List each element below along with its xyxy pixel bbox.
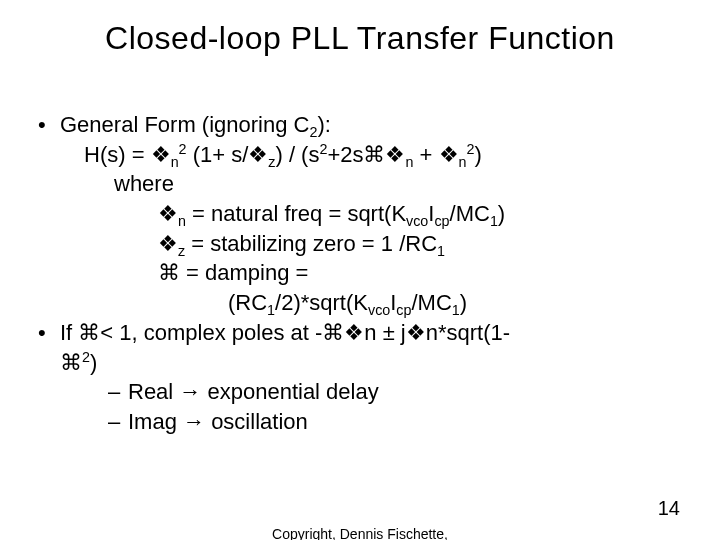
text-fragment: ❖ [158, 201, 178, 226]
text-fragment: ) [474, 142, 481, 167]
equation-hs: H(s) = ❖n2 (1+ s/❖z) / (s2+2s⌘❖n + ❖n2) [38, 140, 688, 170]
slide-body: • General Form (ignoring C2): H(s) = ❖n2… [38, 110, 688, 437]
text-fragment: If ⌘< 1, complex poles at -⌘❖n ± j❖n*sqr… [60, 320, 510, 345]
text-fragment: ⌘ [60, 350, 82, 375]
subscript: cp [396, 303, 411, 319]
bullet-text: General Form (ignoring C2): [60, 110, 331, 140]
text-fragment: = stabilizing zero = 1 /RC [185, 231, 437, 256]
definition-wz: ❖z = stabilizing zero = 1 /RC1 [38, 229, 688, 259]
slide-title: Closed-loop PLL Transfer Function [0, 20, 720, 57]
subscript: n [459, 154, 467, 170]
sub-bullet-imag: – Imag → oscillation [38, 407, 688, 437]
copyright-text: Copyright, Dennis Fischette, 2004 [0, 526, 720, 540]
text-fragment: where [84, 171, 174, 196]
text-fragment: ): [317, 112, 330, 137]
subscript: n [178, 213, 186, 229]
definition-zeta: ⌘ = damping = [38, 258, 688, 288]
text-fragment: + ❖ [413, 142, 458, 167]
bullet-complex-poles: • If ⌘< 1, complex poles at -⌘❖n ± j❖n*s… [38, 318, 688, 377]
text-fragment: ❖ [158, 231, 178, 256]
where-label: where [38, 169, 688, 199]
text-fragment: /2)*sqrt(K [275, 290, 368, 315]
text-fragment: = natural freq = sqrt(K [186, 201, 406, 226]
subscript: 1 [267, 303, 275, 319]
subscript: 1 [437, 243, 445, 259]
bullet-dot-icon: • [38, 318, 60, 348]
superscript: 2 [82, 348, 90, 364]
subscript: n [171, 154, 179, 170]
definition-zeta-expr: (RC1/2)*sqrt(KvcoIcp/MC1) [38, 288, 688, 318]
subscript: 1 [452, 303, 460, 319]
text-fragment: Copyright, Dennis Fischette, [272, 526, 448, 540]
text-fragment: /MC [411, 290, 451, 315]
text-fragment: +2s⌘❖ [327, 142, 405, 167]
dash-icon: – [108, 407, 128, 437]
text-fragment: ⌘ = damping = [158, 260, 308, 285]
definition-wn: ❖n = natural freq = sqrt(KvcoIcp/MC1) [38, 199, 688, 229]
text-fragment: ) / (s [275, 142, 319, 167]
superscript: 2 [179, 140, 187, 156]
dash-icon: – [108, 377, 128, 407]
text-fragment: Imag → oscillation [128, 407, 308, 437]
subscript: cp [434, 213, 449, 229]
text-fragment: ) [90, 350, 97, 375]
sub-bullet-real: – Real → exponential delay [38, 377, 688, 407]
text-fragment: H(s) = ❖ [84, 142, 171, 167]
bullet-dot-icon: • [38, 110, 60, 140]
text-fragment: ) [460, 290, 467, 315]
bullet-text: If ⌘< 1, complex poles at -⌘❖n ± j❖n*sqr… [60, 318, 510, 377]
page-number: 14 [658, 497, 680, 520]
text-fragment: ) [498, 201, 505, 226]
slide: Closed-loop PLL Transfer Function • Gene… [0, 0, 720, 540]
bullet-general-form: • General Form (ignoring C2): [38, 110, 688, 140]
subscript: vco [406, 213, 428, 229]
text-fragment: Real → exponential delay [128, 377, 379, 407]
text-fragment: /MC [450, 201, 490, 226]
subscript: 1 [490, 213, 498, 229]
text-fragment: (RC [228, 290, 267, 315]
subscript: vco [368, 303, 390, 319]
text-fragment: (1+ s/❖ [187, 142, 269, 167]
text-fragment: General Form (ignoring C [60, 112, 309, 137]
